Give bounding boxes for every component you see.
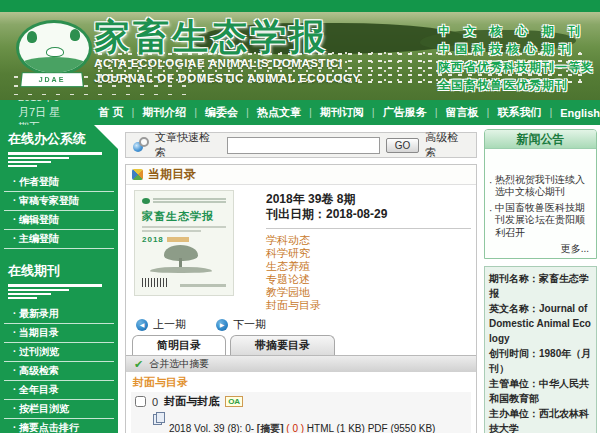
cover-masthead-lines	[153, 198, 226, 204]
sidebar-item[interactable]: 当期目录	[4, 324, 114, 343]
logo-animal-shape	[46, 47, 64, 57]
abstract-link[interactable]: [摘要]	[257, 423, 284, 433]
next-issue-icon: ▶	[216, 319, 228, 331]
issue-pager: ◀ 上一期 ▶ 下一期	[126, 314, 476, 335]
advanced-search-link[interactable]: 高级检索	[425, 130, 469, 160]
article-page-number: 0	[152, 396, 158, 408]
prev-issue-label: 上一期	[153, 317, 186, 332]
sidebar-item[interactable]: 主编登陆	[4, 230, 114, 249]
nav-link[interactable]: 热点文章	[257, 105, 320, 120]
cover-footer	[142, 278, 226, 287]
article-checkbox[interactable]	[135, 396, 146, 407]
decorative-lines	[0, 283, 118, 305]
nav-link[interactable]: 期刊订阅	[320, 105, 383, 120]
sidebar-item[interactable]: 全年目录	[4, 381, 114, 400]
sidebar-item[interactable]: 最新录用	[4, 305, 114, 324]
journal-english-title: JOURNAL OF DOMESTIC ANIMAL ECOLOGY	[94, 71, 361, 87]
news-title: 新闻公告	[485, 130, 596, 149]
cover-tree-art	[142, 245, 226, 275]
pdf-link[interactable]: PDF	[368, 423, 388, 433]
nav-link[interactable]: 首 页	[98, 105, 142, 120]
sidebar-item[interactable]: 过刊浏览	[4, 343, 114, 362]
nav-link[interactable]: 联系我们	[497, 105, 560, 120]
journal-info-line: 创刊时间：1980年（月刊）	[489, 346, 592, 376]
article-citation: 2018 Vol. 39 (8): 0-	[169, 423, 254, 433]
header-banner: JDAE 家畜生态学报 ACTA ECOLOGIAE ANIMALIS DOMA…	[0, 12, 600, 100]
content-area: 在线办公系统 作者登陆审稿专家登陆编辑登陆主编登陆 在线期刊 最新录用当期目录过…	[0, 125, 600, 433]
journal-info-line: 主办单位：西北农林科技大学	[489, 406, 592, 433]
nav-link[interactable]: 编委会	[205, 105, 257, 120]
banner-titles: 家畜生态学报 ACTA ECOLOGIAE ANIMALIS DOMASTICI…	[94, 18, 361, 87]
search-input[interactable]	[227, 137, 380, 154]
journal-title: 家畜生态学报	[94, 18, 361, 56]
category-link[interactable]: 学科动态	[266, 234, 468, 247]
tab-abstract-toc[interactable]: 带摘要目录	[230, 335, 335, 355]
nav-link[interactable]: 期刊介绍	[142, 105, 205, 120]
main-nav: 2018年9月7日 星期五 首 页期刊介绍编委会热点文章期刊订阅广告服务留言板联…	[0, 100, 600, 125]
article-meta-row: 2018 Vol. 39 (8): 0- [摘要] ( 0 ) HTML (1 …	[169, 422, 467, 433]
article-item: 0 封面与封底 OA 2018 Vol. 39 (8): 0- [摘要]	[131, 392, 471, 433]
sidebar-item[interactable]: 摘要点击排行	[4, 419, 114, 433]
merge-selected-abstracts-button[interactable]: ✔ 合并选中摘要	[126, 355, 476, 372]
news-more-link[interactable]: 更多...	[489, 242, 593, 256]
journal-cover-thumbnail[interactable]: 家畜生态学报 2018	[134, 190, 234, 296]
search-go-button[interactable]: GO	[386, 138, 420, 153]
news-item-link[interactable]: 中国畜牧兽医科技期刊发展论坛在贵阳顺利召开	[489, 202, 593, 240]
oa-badge: OA	[225, 396, 243, 407]
left-sidebar: 在线办公系统 作者登陆审稿专家登陆编辑登陆主编登陆 在线期刊 最新录用当期目录过…	[0, 125, 118, 433]
category-link[interactable]: 科学研究	[266, 247, 468, 260]
sidebar-item[interactable]: 高级检索	[4, 362, 114, 381]
article-title-link[interactable]: 封面与封底	[164, 394, 219, 409]
journal-logo-icon: JDAE	[12, 16, 92, 96]
html-size: (1 KB)	[337, 423, 365, 433]
tab-brief-toc[interactable]: 简明目录	[132, 335, 226, 355]
cover-year: 2018	[142, 235, 226, 244]
cover-masthead	[142, 196, 226, 206]
next-issue-button[interactable]: ▶ 下一期	[216, 317, 266, 332]
decorative-lines	[0, 151, 118, 173]
logo-ribbon-label: JDAE	[20, 72, 84, 87]
sidebar-office-list: 作者登陆审稿专家登陆编辑登陆主编登陆	[0, 173, 118, 249]
category-link[interactable]: 教学园地	[266, 286, 468, 299]
section-header: 封面与目录	[131, 373, 471, 392]
cover-footer-line	[180, 284, 226, 287]
sidebar-item[interactable]: 作者登陆	[4, 173, 114, 192]
journal-info-line: 主管单位：中华人民共和国教育部	[489, 376, 592, 406]
award-line: 陕西省优秀科技期刊一等奖	[438, 58, 594, 76]
nav-link[interactable]: 广告服务	[383, 105, 446, 120]
sidebar-item[interactable]: 按栏目浏览	[4, 400, 114, 419]
sidebar-section-journal-title: 在线期刊	[0, 257, 118, 283]
top-green-strip	[0, 0, 600, 12]
html-link[interactable]: HTML	[307, 423, 334, 433]
sidebar-item[interactable]: 编辑登陆	[4, 211, 114, 230]
pdf-size: (9550 KB)	[390, 423, 435, 433]
search-icon	[133, 137, 149, 153]
nav-menu: 首 页期刊介绍编委会热点文章期刊订阅广告服务留言板联系我们English	[98, 105, 600, 120]
logo-tree-shape	[70, 29, 80, 41]
article-title-row: 0 封面与封底 OA	[135, 394, 467, 409]
category-link[interactable]: 生态养殖	[266, 260, 468, 273]
abstract-count: ( 0 )	[286, 423, 304, 433]
journal-info-box: 期刊名称：家畜生态学报英文名称：Journal of Domestic Anim…	[484, 266, 597, 433]
prev-issue-button[interactable]: ◀ 上一期	[136, 317, 186, 332]
category-link[interactable]: 专题论述	[266, 273, 468, 286]
divider	[266, 228, 471, 229]
journal-info-line: 期刊名称：家畜生态学报	[489, 271, 592, 301]
current-issue-box: 当期目录 家畜生态学报 2018	[125, 164, 477, 433]
news-item-link[interactable]: 热烈祝贺我刊连续入选中文核心期刊	[489, 174, 593, 199]
issue-category-list: 学科动态科学研究生态养殖专题论述教学园地封面与目录	[266, 234, 468, 312]
nav-link[interactable]: 留言板	[446, 105, 498, 120]
award-line: 全国畜牧兽医优秀期刊	[438, 76, 594, 94]
main-content: 文章快速检索 GO 高级检索 当期目录 家畜生态学报	[118, 125, 484, 433]
article-tools-row	[153, 410, 467, 422]
award-line: 中 国 科 技 核 心 期 刊	[438, 40, 594, 58]
journal-info-list: 期刊名称：家畜生态学报英文名称：Journal of Domestic Anim…	[489, 271, 592, 433]
journal-info-line: 英文名称：Journal of Domestic Animal Ecology	[489, 301, 592, 346]
issue-meta: 2018年 39卷 8期 刊出日期：2018-08-29 学科动态科学研究生态养…	[266, 190, 468, 312]
copy-icon[interactable]	[153, 412, 165, 424]
category-link[interactable]: 封面与目录	[266, 299, 468, 312]
quick-search-bar: 文章快速检索 GO 高级检索	[125, 132, 477, 158]
sidebar-item[interactable]: 审稿专家登陆	[4, 192, 114, 211]
nav-link[interactable]: English	[560, 107, 600, 119]
right-sidebar: 新闻公告 热烈祝贺我刊连续入选中文核心期刊中国畜牧兽医科技期刊发展论坛在贵阳顺利…	[484, 125, 600, 433]
